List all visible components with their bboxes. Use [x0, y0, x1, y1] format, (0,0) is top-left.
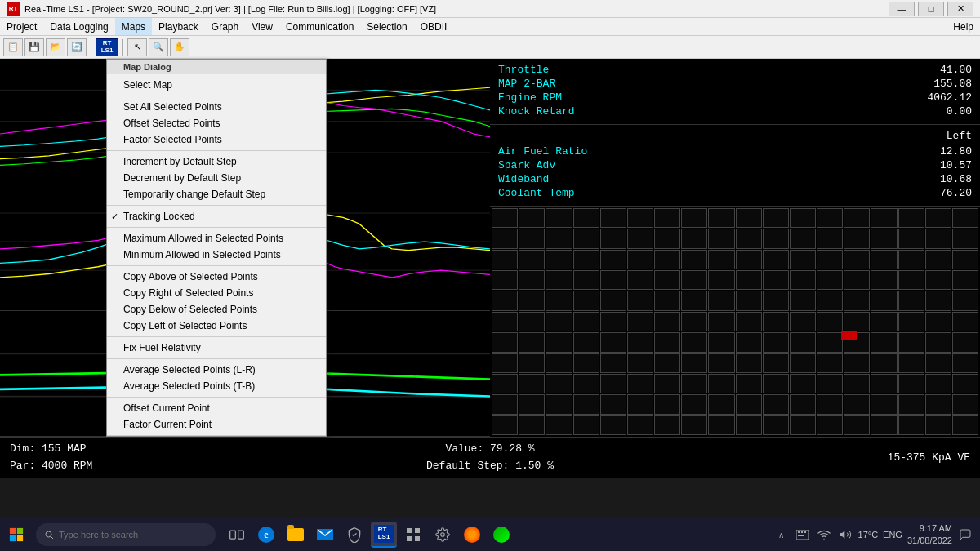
dropdown-factor-selected[interactable]: Factor Selected Points	[107, 131, 326, 148]
language-display[interactable]: ENG	[883, 530, 902, 540]
grid-cell[interactable]	[790, 312, 816, 331]
grid-cell[interactable]	[898, 415, 924, 435]
grid-cell[interactable]	[817, 415, 843, 435]
grid-cell[interactable]	[654, 353, 680, 373]
grid-cell[interactable]	[573, 270, 599, 290]
grid-cell[interactable]	[925, 291, 951, 310]
grid-cell[interactable]	[763, 270, 789, 290]
grid-cell[interactable]	[546, 374, 572, 393]
grid-cell[interactable]	[763, 415, 789, 435]
grid-cell[interactable]	[681, 353, 707, 373]
grid-cell[interactable]	[790, 229, 816, 248]
grid-cell[interactable]	[925, 270, 951, 290]
dropdown-select-map[interactable]: Select Map	[107, 77, 326, 93]
grid-cell[interactable]	[871, 229, 897, 248]
grid-cell[interactable]	[763, 229, 789, 248]
grid-cell[interactable]	[817, 394, 843, 414]
grid-cell[interactable]	[763, 394, 789, 414]
dropdown-copy-below[interactable]: Copy Below of Selected Points	[107, 301, 326, 318]
grid-cell[interactable]	[627, 332, 653, 352]
grid-cell[interactable]	[573, 291, 599, 310]
grid-cell[interactable]	[492, 394, 518, 414]
grid-cell[interactable]	[844, 270, 870, 290]
grid-cell[interactable]	[519, 415, 545, 435]
grid-cell[interactable]	[790, 394, 816, 414]
grid-cell[interactable]	[519, 229, 545, 248]
grid-cell[interactable]	[925, 250, 951, 269]
grid-cell[interactable]	[871, 415, 897, 435]
grid-cell[interactable]	[736, 229, 762, 248]
grid-cell[interactable]	[736, 208, 762, 228]
grid-cell[interactable]	[546, 353, 572, 373]
taskbar-browser[interactable]: e	[253, 522, 279, 548]
grid-cell[interactable]	[898, 394, 924, 414]
grid-cell[interactable]	[952, 291, 978, 310]
grid-cell[interactable]	[519, 208, 545, 228]
grid-cell[interactable]	[627, 250, 653, 269]
dropdown-factor-current[interactable]: Factor Current Point	[107, 416, 326, 433]
dropdown-min-allowed[interactable]: Minimum Allowed in Selected Points	[107, 247, 326, 263]
grid-cell[interactable]	[681, 291, 707, 310]
grid-cell[interactable]	[492, 208, 518, 228]
grid-cell[interactable]	[925, 229, 951, 248]
menu-graph[interactable]: Graph	[205, 18, 245, 35]
grid-cell[interactable]	[708, 332, 734, 352]
grid-cell[interactable]	[871, 208, 897, 228]
grid-cell[interactable]	[600, 291, 626, 310]
grid-cell[interactable]	[925, 353, 951, 373]
dropdown-fix-fuel[interactable]: Fix Fuel Relativity	[107, 340, 326, 356]
menu-help[interactable]: Help	[947, 18, 980, 35]
grid-cell[interactable]	[492, 250, 518, 269]
menu-selection[interactable]: Selection	[360, 18, 413, 35]
grid-cell[interactable]	[898, 312, 924, 331]
volume-icon[interactable]	[837, 527, 853, 543]
menu-data-logging[interactable]: Data Logging	[43, 18, 114, 35]
toolbar-new[interactable]: 📋	[3, 38, 23, 56]
keyboard-icon[interactable]	[795, 527, 811, 543]
grid-cell[interactable]	[871, 374, 897, 393]
grid-cell[interactable]	[627, 353, 653, 373]
toolbar-rt-button[interactable]: RTLS1	[96, 38, 118, 56]
menu-view[interactable]: View	[245, 18, 279, 35]
grid-cell[interactable]	[871, 394, 897, 414]
grid-cell[interactable]	[817, 353, 843, 373]
grid-cell[interactable]	[952, 353, 978, 373]
taskbar-power[interactable]	[488, 522, 514, 548]
grid-cell[interactable]	[573, 208, 599, 228]
toolbar-save[interactable]: 💾	[24, 38, 44, 56]
grid-cell[interactable]	[898, 291, 924, 310]
taskbar-task-view[interactable]	[224, 522, 250, 548]
grid-cell[interactable]	[600, 394, 626, 414]
grid-cell[interactable]	[708, 374, 734, 393]
menu-maps[interactable]: Maps	[115, 18, 152, 35]
grid-cell[interactable]	[844, 229, 870, 248]
clock[interactable]: 9:17 AM 31/08/2022	[907, 522, 952, 548]
grid-cell[interactable]	[681, 374, 707, 393]
grid-cell[interactable]	[519, 312, 545, 331]
menu-obdii[interactable]: OBDII	[414, 18, 454, 35]
dropdown-avg-lr[interactable]: Average Selected Points (L-R)	[107, 362, 326, 378]
grid-cell[interactable]	[654, 332, 680, 352]
grid-cell[interactable]	[790, 374, 816, 393]
grid-cell[interactable]	[871, 270, 897, 290]
menu-playback[interactable]: Playback	[152, 18, 205, 35]
taskbar-file-explorer[interactable]	[283, 522, 309, 548]
grid-cell[interactable]	[681, 415, 707, 435]
grid-cell[interactable]	[871, 312, 897, 331]
grid-cell[interactable]	[763, 208, 789, 228]
grid-cell[interactable]	[681, 250, 707, 269]
menu-communication[interactable]: Communication	[279, 18, 360, 35]
grid-cell[interactable]	[600, 353, 626, 373]
dropdown-tracking-locked[interactable]: Tracking Locked	[107, 208, 326, 224]
grid-cell[interactable]	[654, 291, 680, 310]
grid-cell[interactable]	[844, 312, 870, 331]
grid-cell[interactable]	[844, 374, 870, 393]
grid-cell[interactable]	[817, 374, 843, 393]
taskbar-rt-app[interactable]: RTLS1	[371, 522, 397, 548]
grid-cell[interactable]	[600, 332, 626, 352]
grid-cell[interactable]	[952, 208, 978, 228]
grid-cell[interactable]	[492, 332, 518, 352]
grid-cell[interactable]	[817, 208, 843, 228]
taskbar-firefox[interactable]	[459, 522, 485, 548]
grid-cell[interactable]	[817, 312, 843, 331]
